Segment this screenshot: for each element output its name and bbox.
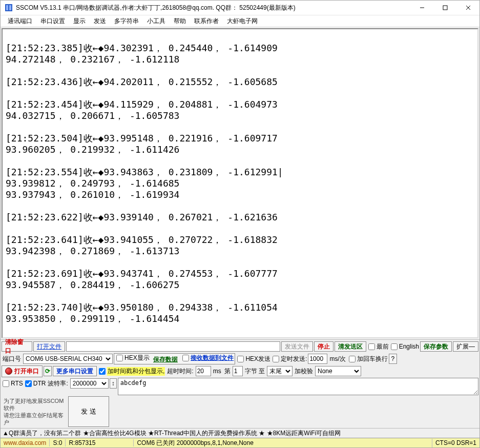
rts-checkbox[interactable]: RTS — [2, 380, 23, 387]
menu-help[interactable]: 帮助 — [170, 16, 190, 27]
check-label: 加校验 — [294, 367, 314, 376]
frame-label-1: 第 — [223, 367, 232, 376]
menu-multistr[interactable]: 多字符串 — [110, 16, 143, 27]
english-checkbox[interactable]: English — [390, 343, 419, 350]
status-recv: R:857315 — [66, 439, 134, 446]
timed-send-checkbox[interactable]: 定时发送: — [272, 355, 307, 363]
port-label: 端口号 — [2, 355, 22, 363]
help-button[interactable]: ? — [389, 354, 397, 364]
status-sent: S:0 — [50, 439, 66, 446]
clear-send-button[interactable]: 清发送区 — [335, 341, 366, 352]
log-area[interactable]: [21:52:23.385]收←◆94.302391， 0.245440， -1… — [2, 28, 478, 338]
stop-button[interactable]: 停止 — [314, 341, 333, 352]
port-select[interactable]: COM6 USB-SERIAL CH340 — [23, 354, 113, 364]
controls-panel: 清除窗口 打开文件 发送文件 停止 清发送区 最前 English 保存参数 扩… — [1, 339, 479, 428]
promo-bar: ▲Q群满员了，没有第二个群 ★合宙高性价比4G模块 ★RT-Thread中国人的… — [1, 428, 479, 438]
dtr-checkbox[interactable]: DTR — [24, 380, 46, 387]
svg-rect-2 — [9, 5, 11, 10]
hex-send-checkbox[interactable]: HEX发送 — [236, 355, 270, 363]
send-text-input[interactable]: abcdefg — [118, 378, 478, 395]
timeout-input[interactable] — [196, 366, 211, 376]
rx-to-file-checkbox[interactable]: 接收数据到文件 — [181, 354, 234, 362]
reload-icon: ⟳ — [45, 368, 50, 375]
ms-label: ms — [212, 368, 222, 375]
close-button[interactable] — [456, 1, 479, 15]
svg-rect-1 — [6, 5, 8, 10]
crlf-checkbox[interactable]: 加回车换行 — [348, 355, 388, 363]
timestamp-checkbox[interactable]: 加时间戳和分包显示, — [98, 367, 165, 376]
frame-start-input[interactable] — [233, 366, 243, 376]
promo-sidebox: 为了更好地发展SSCOM软件 请您注册嘉立创F结尾客户 — [2, 396, 67, 427]
minimize-button[interactable] — [410, 1, 433, 15]
status-port: COM6 已关闭 2000000bps,8,1,None,None — [134, 439, 432, 447]
status-cts-dsr: CTS=0 DSR=1 — [432, 439, 479, 446]
interval-input[interactable] — [308, 354, 327, 364]
menu-send[interactable]: 发送 — [90, 16, 110, 27]
save-param-button[interactable]: 保存参数 — [420, 341, 452, 352]
interval-unit: ms/次 — [328, 355, 346, 363]
window-title: SSCOM V5.13.1 串口/网络数据调试器,作者:大虾丁丁,2618058… — [16, 4, 410, 12]
app-icon — [5, 4, 13, 12]
reload-port-button[interactable]: ⟳ — [44, 366, 52, 376]
topmost-checkbox[interactable]: 最前 — [367, 342, 389, 351]
hex-show-checkbox[interactable]: HEX显示 — [115, 354, 150, 362]
timeout-label: 超时时间: — [166, 367, 194, 376]
baud-select[interactable]: 2000000 — [70, 378, 109, 389]
maximize-button[interactable] — [433, 1, 456, 15]
baud-label: 波特率: — [47, 379, 69, 388]
menu-website[interactable]: 大虾电子网 — [223, 16, 262, 27]
menu-settings[interactable]: 串口设置 — [36, 16, 69, 27]
save-data-button[interactable]: 保存数据 — [153, 356, 178, 363]
menu-port[interactable]: 通讯端口 — [4, 16, 36, 27]
menu-display[interactable]: 显示 — [69, 16, 90, 27]
more-settings-button[interactable]: 更多串口设置 — [53, 366, 97, 376]
statusbar: www.daxia.com S:0 R:857315 COM6 已关闭 2000… — [1, 438, 479, 447]
status-url[interactable]: www.daxia.com — [1, 439, 50, 446]
open-file-button[interactable]: 打开文件 — [33, 341, 65, 352]
menu-contact[interactable]: 联系作者 — [190, 16, 223, 27]
clear-window-button[interactable]: 清除窗口 — [2, 341, 32, 352]
svg-rect-4 — [443, 6, 447, 10]
frame-end-select[interactable]: 末尾 — [267, 366, 293, 376]
menu-tools[interactable]: 小工具 — [143, 16, 170, 27]
frame-label-2: 字节 至 — [244, 367, 266, 376]
file-path-input[interactable] — [66, 341, 280, 352]
check-select[interactable]: None — [315, 366, 361, 376]
baud-cycle-button[interactable]: ↕ — [110, 378, 117, 389]
titlebar: SSCOM V5.13.1 串口/网络数据调试器,作者:大虾丁丁,2618058… — [1, 1, 479, 15]
menubar: 通讯端口 串口设置 显示 发送 多字符串 小工具 帮助 联系作者 大虾电子网 — [1, 15, 479, 27]
port-status-led — [5, 368, 12, 375]
open-port-button[interactable]: 打开串口 — [2, 365, 43, 377]
send-button[interactable]: 发 送 — [68, 396, 109, 427]
send-file-button[interactable]: 发送文件 — [281, 341, 313, 352]
extend-button[interactable]: 扩展 — — [453, 341, 478, 352]
